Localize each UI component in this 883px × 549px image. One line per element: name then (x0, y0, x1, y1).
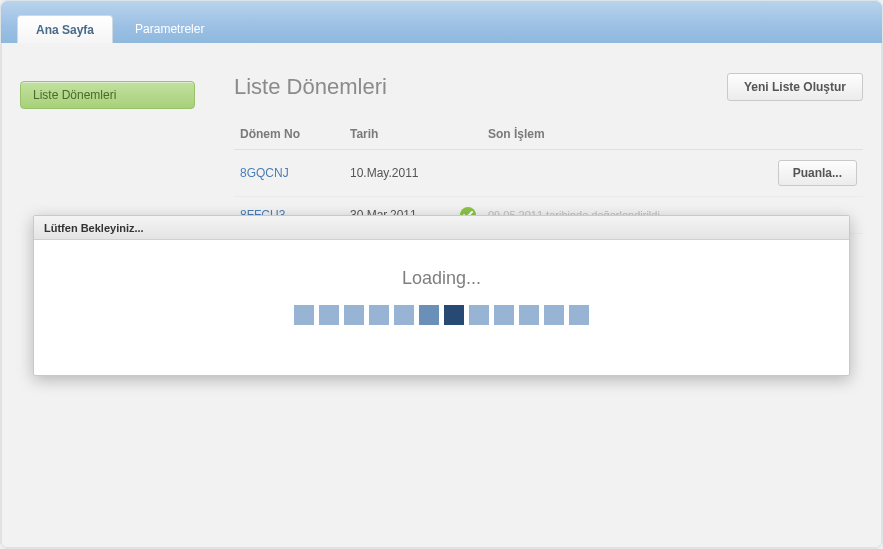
tab-home[interactable]: Ana Sayfa (17, 15, 113, 43)
loading-square (319, 305, 339, 325)
loading-square (369, 305, 389, 325)
loading-modal: Lütfen Bekleyiniz... Loading... (33, 215, 850, 376)
tab-home-label: Ana Sayfa (36, 23, 94, 37)
loading-square (494, 305, 514, 325)
loading-square (444, 305, 464, 325)
loading-square (344, 305, 364, 325)
col-tarih: Tarih (344, 119, 454, 150)
col-son-islem: Son İşlem (482, 119, 753, 150)
new-list-button-label: Yeni Liste Oluştur (744, 80, 846, 94)
period-date: 10.May.2011 (344, 150, 454, 197)
col-action (753, 119, 863, 150)
period-status (454, 150, 482, 197)
loading-square (394, 305, 414, 325)
app-frame: Ana Sayfa Parametreler Liste Dönemleri L… (0, 0, 883, 549)
loading-bar (294, 305, 589, 325)
loading-square (569, 305, 589, 325)
loading-square (544, 305, 564, 325)
tab-parameters-label: Parametreler (135, 22, 204, 36)
period-link[interactable]: 8GQCNJ (240, 166, 289, 180)
score-button-label: Puanla... (793, 166, 842, 180)
tab-bar: Ana Sayfa Parametreler (1, 1, 882, 43)
table-row: 8GQCNJ 10.May.2011 Puanla... (234, 150, 863, 197)
col-donem-no: Dönem No (234, 119, 344, 150)
tab-parameters[interactable]: Parametreler (117, 15, 222, 43)
loading-modal-body: Loading... (34, 240, 849, 375)
sidebar-item-label: Liste Dönemleri (33, 88, 116, 102)
col-status (454, 119, 482, 150)
new-list-button[interactable]: Yeni Liste Oluştur (727, 73, 863, 101)
loading-modal-title: Lütfen Bekleyiniz... (34, 216, 849, 240)
loading-square (419, 305, 439, 325)
loading-square (519, 305, 539, 325)
loading-square (469, 305, 489, 325)
loading-text: Loading... (34, 268, 849, 289)
sidebar-item-liste-donemleri[interactable]: Liste Dönemleri (20, 81, 195, 109)
sidebar: Liste Dönemleri (20, 61, 210, 234)
main-area: Liste Dönemleri Yeni Liste Oluştur Dönem… (234, 61, 863, 234)
loading-square (294, 305, 314, 325)
score-button[interactable]: Puanla... (778, 160, 857, 186)
page-title: Liste Dönemleri (234, 74, 387, 100)
